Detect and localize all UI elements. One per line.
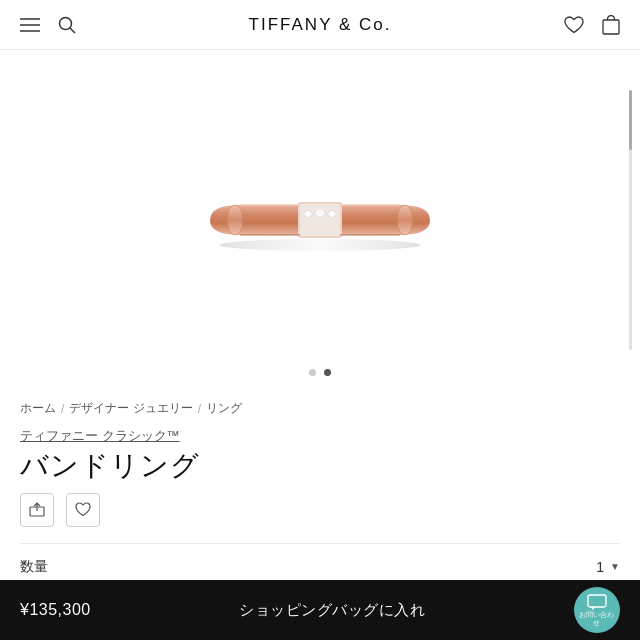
breadcrumb-sep-2: /	[198, 402, 201, 416]
quantity-chevron-icon: ▼	[610, 561, 620, 572]
add-to-bag-button[interactable]: ショッピングバッグに入れ	[239, 601, 425, 620]
menu-button[interactable]	[18, 16, 42, 34]
quantity-value: 1	[596, 559, 604, 575]
product-actions	[20, 493, 620, 527]
product-wishlist-button[interactable]	[66, 493, 100, 527]
svg-rect-19	[588, 595, 606, 607]
header-right	[562, 13, 622, 37]
svg-point-3	[60, 17, 72, 29]
quantity-label: 数量	[20, 558, 48, 576]
chat-button[interactable]: お問い合わせ	[574, 587, 620, 633]
product-price: ¥135,300	[20, 601, 91, 619]
share-button[interactable]	[20, 493, 54, 527]
breadcrumb-designer[interactable]: デザイナー ジュエリー	[69, 400, 192, 417]
svg-line-4	[70, 28, 75, 33]
product-title: バンドリング	[20, 449, 620, 483]
quantity-selector[interactable]: 1 ▼	[596, 559, 620, 575]
breadcrumb-sep-1: /	[61, 402, 64, 416]
svg-rect-5	[603, 20, 619, 34]
header-left	[18, 14, 78, 36]
bag-button[interactable]	[600, 13, 622, 37]
wishlist-button[interactable]	[562, 14, 586, 36]
carousel-dots	[309, 369, 331, 376]
breadcrumb-home[interactable]: ホーム	[20, 400, 56, 417]
brand-logo: TIFFANY & Co.	[249, 15, 392, 35]
product-carousel	[0, 50, 640, 390]
product-subtitle: ティファニー クラシック™	[20, 427, 620, 445]
carousel-dot-1[interactable]	[309, 369, 316, 376]
scroll-bar	[629, 90, 632, 350]
breadcrumb: ホーム / デザイナー ジュエリー / リング	[0, 390, 640, 423]
bottom-bar: ¥135,300 ショッピングバッグに入れ お問い合わせ	[0, 580, 640, 640]
search-button[interactable]	[56, 14, 78, 36]
svg-point-16	[397, 205, 413, 235]
header: TIFFANY & Co.	[0, 0, 640, 50]
scroll-thumb[interactable]	[629, 90, 632, 150]
breadcrumb-ring[interactable]: リング	[206, 400, 242, 417]
svg-point-15	[227, 205, 243, 235]
product-image	[180, 175, 460, 265]
product-info: ティファニー クラシック™ バンドリング	[0, 423, 640, 527]
carousel-dot-2[interactable]	[324, 369, 331, 376]
chat-button-text: お問い合わせ	[579, 611, 614, 626]
svg-point-17	[220, 239, 420, 251]
